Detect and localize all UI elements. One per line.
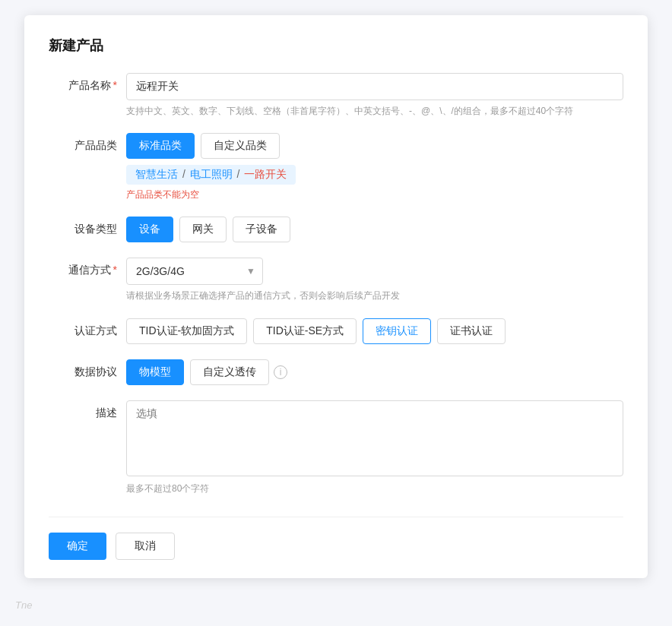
category-part3: 一路开关 xyxy=(244,168,287,180)
new-product-modal: 新建产品 产品名称 支持中文、英文、数字、下划线、空格（非首尾字符）、中英文括号… xyxy=(24,15,648,578)
product-name-hint: 支持中文、英文、数字、下划线、空格（非首尾字符）、中英文括号、-、@、\、/的组… xyxy=(126,104,623,118)
device-type-content: 设备 网关 子设备 xyxy=(126,217,623,242)
data-protocol-row: 数据协议 物模型 自定义透传 i xyxy=(49,359,623,385)
communication-content: 2G/3G/4G Wi-Fi 蓝牙 Zigbee 其他 ▼ 请根据业务场景正确选… xyxy=(126,258,623,303)
btn-custom-category[interactable]: 自定义品类 xyxy=(201,133,280,159)
device-type-row: 设备类型 设备 网关 子设备 xyxy=(49,217,623,242)
category-part1: 智慧生活 xyxy=(135,168,178,180)
slash1: / xyxy=(182,168,189,180)
product-name-input[interactable] xyxy=(126,73,623,100)
auth-method-label: 认证方式 xyxy=(49,318,117,338)
communication-hint: 请根据业务场景正确选择产品的通信方式，否则会影响后续产品开发 xyxy=(126,289,623,303)
communication-row: 通信方式 2G/3G/4G Wi-Fi 蓝牙 Zigbee 其他 ▼ 请根据业务… xyxy=(49,258,623,303)
modal-title: 新建产品 xyxy=(49,36,623,55)
product-category-label: 产品品类 xyxy=(49,133,117,153)
cancel-button[interactable]: 取消 xyxy=(116,533,175,560)
btn-key-auth[interactable]: 密钥认证 xyxy=(363,318,431,344)
category-part2: 电工照明 xyxy=(190,168,233,180)
product-name-row: 产品名称 支持中文、英文、数字、下划线、空格（非首尾字符）、中英文括号、-、@、… xyxy=(49,73,623,118)
btn-gateway[interactable]: 网关 xyxy=(179,217,227,242)
category-btn-group: 标准品类 自定义品类 xyxy=(126,133,623,159)
description-label: 描述 xyxy=(49,400,117,420)
btn-cert-auth[interactable]: 证书认证 xyxy=(437,318,506,344)
auth-method-content: TID认证-软加固方式 TID认证-SE方式 密钥认证 证书认证 xyxy=(126,318,623,344)
data-protocol-btn-group: 物模型 自定义透传 xyxy=(126,359,269,385)
slash2: / xyxy=(237,168,243,180)
btn-tid-soft[interactable]: TID认证-软加固方式 xyxy=(126,318,247,344)
data-protocol-label: 数据协议 xyxy=(49,359,117,379)
data-protocol-wrapper: 物模型 自定义透传 i xyxy=(126,359,623,385)
btn-sub-device[interactable]: 子设备 xyxy=(233,217,290,242)
description-content: 最多不超过80个字符 xyxy=(126,400,623,495)
communication-label: 通信方式 xyxy=(49,258,117,277)
modal-footer: 确定 取消 xyxy=(49,517,623,560)
btn-standard-category[interactable]: 标准品类 xyxy=(126,133,195,159)
auth-method-row: 认证方式 TID认证-软加固方式 TID认证-SE方式 密钥认证 证书认证 xyxy=(49,318,623,344)
category-path[interactable]: 智慧生活 / 电工照明 / 一路开关 xyxy=(126,165,296,185)
char-limit-text: 最多不超过80个字符 xyxy=(126,482,623,495)
watermark: Tne xyxy=(15,599,32,611)
btn-custom-transparent[interactable]: 自定义透传 xyxy=(190,359,269,385)
product-category-row: 产品品类 标准品类 自定义品类 智慧生活 / 电工照明 / 一路开关 产品品类不… xyxy=(49,133,623,201)
device-type-btn-group: 设备 网关 子设备 xyxy=(126,217,623,242)
product-category-content: 标准品类 自定义品类 智慧生活 / 电工照明 / 一路开关 产品品类不能为空 xyxy=(126,133,623,201)
description-textarea[interactable] xyxy=(126,400,623,476)
product-name-label: 产品名称 xyxy=(49,73,117,93)
info-icon[interactable]: i xyxy=(274,365,287,379)
description-row: 描述 最多不超过80个字符 xyxy=(49,400,623,495)
confirm-button[interactable]: 确定 xyxy=(49,533,106,560)
product-name-content: 支持中文、英文、数字、下划线、空格（非首尾字符）、中英文括号、-、@、\、/的组… xyxy=(126,73,623,118)
data-protocol-content: 物模型 自定义透传 i xyxy=(126,359,623,385)
btn-tid-se[interactable]: TID认证-SE方式 xyxy=(253,318,357,344)
communication-select[interactable]: 2G/3G/4G Wi-Fi 蓝牙 Zigbee 其他 xyxy=(126,258,263,285)
communication-dropdown-wrapper: 2G/3G/4G Wi-Fi 蓝牙 Zigbee 其他 ▼ xyxy=(126,258,263,285)
device-type-label: 设备类型 xyxy=(49,217,117,236)
category-error: 产品品类不能为空 xyxy=(126,188,623,201)
btn-device[interactable]: 设备 xyxy=(126,217,173,242)
auth-btn-group: TID认证-软加固方式 TID认证-SE方式 密钥认证 证书认证 xyxy=(126,318,623,344)
btn-thing-model[interactable]: 物模型 xyxy=(126,359,184,385)
